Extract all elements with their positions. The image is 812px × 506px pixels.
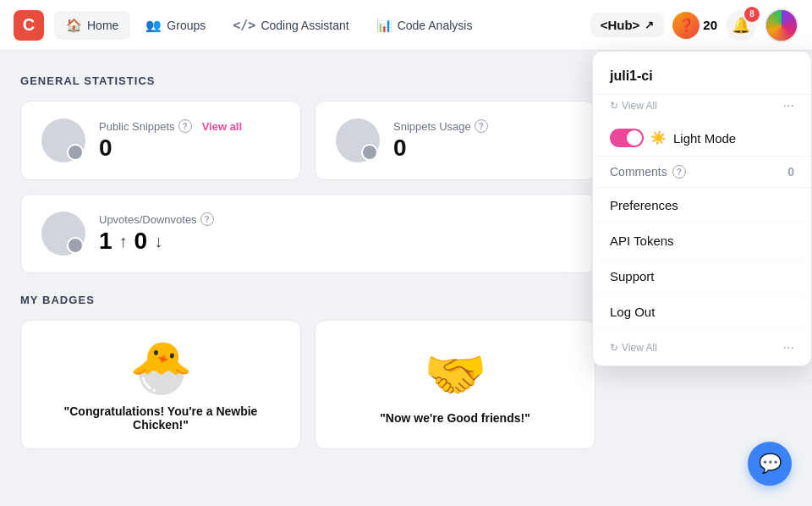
badges-title: MY BADGES xyxy=(20,294,595,306)
chat-button[interactable]: 💬 xyxy=(748,442,792,486)
nav-groups-label: Groups xyxy=(167,19,206,32)
usage-help-icon[interactable]: ? xyxy=(475,119,488,133)
dropdown-menu: juli1-ci ↻ View All ··· ☀️ Light Mode Co… xyxy=(592,51,812,366)
notification-count: 8 xyxy=(744,7,760,22)
light-mode-label: ☀️ Light Mode xyxy=(610,129,736,147)
logout-label: Log Out xyxy=(610,305,655,319)
up-arrow-icon: ↑ xyxy=(119,232,128,251)
light-mode-text: Light Mode xyxy=(673,131,736,146)
nav-item-code-analysis[interactable]: 📊 Code Analysis xyxy=(365,11,485,40)
preferences-item[interactable]: Preferences xyxy=(593,188,811,223)
snippets-usage-card: Snippets Usage ? 0 xyxy=(315,101,595,180)
hub-label: <Hub> xyxy=(601,18,640,32)
logo[interactable]: C xyxy=(14,10,44,41)
public-snippets-card: Public Snippets ? View all 0 xyxy=(20,101,301,180)
dots-button[interactable]: ··· xyxy=(783,98,794,113)
upvotes-card: Upvotes/Downvotes ? 1 ↑ 0 ↓ xyxy=(20,194,595,273)
logout-item[interactable]: Log Out xyxy=(593,294,811,330)
snippet-value: 0 xyxy=(99,135,242,162)
bottom-view-all-label: View All xyxy=(622,342,657,354)
analysis-icon: 📊 xyxy=(376,18,392,33)
upvotes-label: Upvotes/Downvotes ? xyxy=(99,212,214,226)
badge-friends: 🤝 "Now we're Good friends!" xyxy=(315,320,595,449)
snippet-avatar xyxy=(41,118,85,162)
light-mode-toggle[interactable] xyxy=(610,129,644,147)
comments-help-icon[interactable]: ? xyxy=(672,165,686,179)
sun-icon: ☀️ xyxy=(650,130,667,146)
points-icon: ❓ xyxy=(672,12,700,39)
top-view-all-link[interactable]: ↻ View All xyxy=(610,100,657,112)
nav-home-label: Home xyxy=(87,19,118,32)
bottom-view-all-link[interactable]: ↻ View All xyxy=(610,342,657,354)
usage-label: Snippets Usage ? xyxy=(393,119,488,133)
comments-label-text: Comments xyxy=(610,165,667,179)
usage-avatar xyxy=(336,118,380,162)
groups-icon: 👥 xyxy=(145,18,162,33)
badge-grid: 🐣 "Congratulations! You're a Newbie Chic… xyxy=(20,320,595,449)
nav-item-home[interactable]: 🏠 Home xyxy=(54,11,130,40)
notification-button[interactable]: 🔔 8 xyxy=(726,10,756,41)
dropdown-header: juli1-ci xyxy=(593,62,811,95)
toggle-thumb xyxy=(627,130,642,146)
stats-grid: Public Snippets ? View all 0 Snippets Us… xyxy=(20,101,595,180)
nav-item-groups[interactable]: 👥 Groups xyxy=(134,11,217,40)
newbie-emoji: 🐣 xyxy=(129,338,193,398)
hub-button[interactable]: <Hub> ↗ xyxy=(590,13,665,37)
nav: 🏠 Home 👥 Groups </> Coding Assistant 📊 C… xyxy=(54,11,590,40)
view-all-link[interactable]: View all xyxy=(202,120,242,133)
refresh-icon: ↻ xyxy=(610,100,618,112)
support-item[interactable]: Support xyxy=(593,259,811,294)
points-count: 20 xyxy=(703,18,717,32)
preferences-label: Preferences xyxy=(610,198,678,212)
friends-title: "Now we're Good friends!" xyxy=(380,411,530,425)
hub-external-icon: ↗ xyxy=(645,19,654,31)
api-tokens-item[interactable]: API Tokens xyxy=(593,223,811,259)
friends-emoji: 🤝 xyxy=(424,344,487,404)
dropdown-username: juli1-ci xyxy=(610,69,794,84)
coding-icon: </> xyxy=(233,18,255,33)
nav-analysis-label: Code Analysis xyxy=(398,19,473,32)
upvotes-avatar xyxy=(41,212,85,256)
upvote-value: 1 xyxy=(99,228,112,255)
upvotes-info: Upvotes/Downvotes ? 1 ↑ 0 ↓ xyxy=(99,212,214,255)
top-view-all-label: View All xyxy=(622,100,657,112)
upvotes-label-text: Upvotes/Downvotes xyxy=(99,213,197,226)
bottom-refresh-icon: ↻ xyxy=(610,342,618,354)
snippet-label-text: Public Snippets xyxy=(99,120,175,133)
user-avatar[interactable] xyxy=(765,8,798,42)
newbie-title: "Congratulations! You're a Newbie Chicke… xyxy=(38,404,283,432)
snippet-help-icon[interactable]: ? xyxy=(178,119,192,133)
comments-label: Comments ? xyxy=(610,165,686,179)
light-mode-row: ☀️ Light Mode xyxy=(593,120,811,157)
usage-info: Snippets Usage ? 0 xyxy=(393,119,488,162)
usage-label-text: Snippets Usage xyxy=(393,120,471,133)
dropdown-footer: ↻ View All ··· xyxy=(593,333,811,359)
nav-item-coding-assistant[interactable]: </> Coding Assistant xyxy=(221,11,360,40)
snippet-info: Public Snippets ? View all 0 xyxy=(99,119,242,162)
avatar-inner xyxy=(766,10,797,41)
upvotes-help-icon[interactable]: ? xyxy=(200,212,214,226)
logo-letter: C xyxy=(23,15,35,35)
dropdown-top-view-all: ↻ View All ··· xyxy=(593,98,811,120)
chat-icon: 💬 xyxy=(759,453,782,475)
support-label: Support xyxy=(610,269,655,283)
badges-section: MY BADGES 🐣 "Congratulations! You're a N… xyxy=(20,294,595,449)
points-badge: ❓ 20 xyxy=(672,12,717,39)
badge-newbie: 🐣 "Congratulations! You're a Newbie Chic… xyxy=(20,320,301,449)
api-tokens-label: API Tokens xyxy=(610,234,674,248)
header-right: <Hub> ↗ ❓ 20 🔔 8 xyxy=(590,8,798,42)
header: C 🏠 Home 👥 Groups </> Coding Assistant 📊… xyxy=(0,0,812,51)
downvote-value: 0 xyxy=(134,228,148,255)
comments-count: 0 xyxy=(787,165,794,179)
snippet-label: Public Snippets ? View all xyxy=(99,119,242,133)
usage-value: 0 xyxy=(393,135,488,162)
bottom-dots-button[interactable]: ··· xyxy=(783,340,794,355)
down-arrow-icon: ↓ xyxy=(154,232,162,251)
home-icon: 🏠 xyxy=(66,18,82,33)
comments-row: Comments ? 0 xyxy=(593,157,811,188)
nav-coding-label: Coding Assistant xyxy=(261,19,348,32)
vote-display: 1 ↑ 0 ↓ xyxy=(99,228,214,255)
